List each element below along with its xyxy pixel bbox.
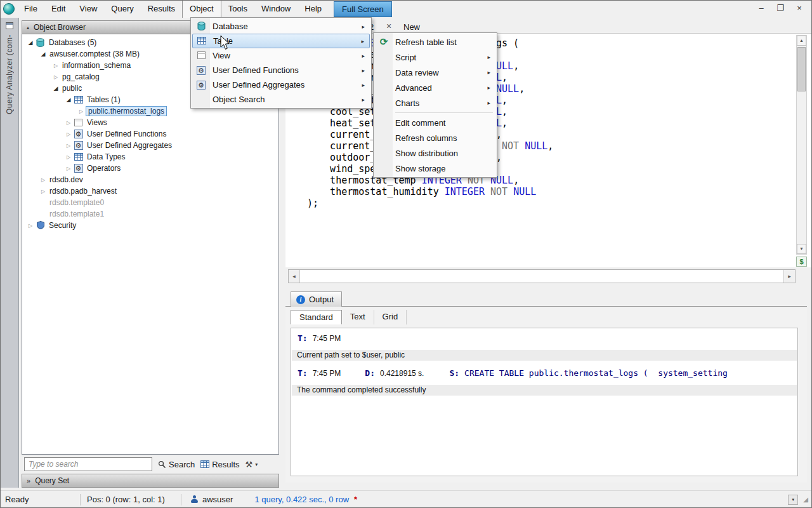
object-menu-item-view[interactable]: View▸ <box>192 48 370 63</box>
menu-item-label: Object Search <box>213 95 367 104</box>
expand-arrow-icon[interactable]: ▷ <box>64 143 73 149</box>
restore-button[interactable]: ❐ <box>771 3 789 15</box>
menubar: FileEditViewQueryResultsObjectToolsWindo… <box>0 0 812 18</box>
statusbar: Ready Pos: 0 (row: 1, col: 1) awsuser 1 … <box>0 490 812 508</box>
expand-arrow-icon[interactable]: ▷ <box>51 74 60 80</box>
output-tab-text[interactable]: Text <box>342 310 374 324</box>
expand-arrow-icon[interactable]: ▷ <box>77 109 86 114</box>
expand-arrow-icon[interactable]: ▷ <box>26 223 35 229</box>
object-menu-item-user-defined-functions[interactable]: ⚙User Defined Functions▸ <box>192 63 370 77</box>
expand-arrow-icon[interactable]: ◢ <box>64 97 73 103</box>
tree-item-operators[interactable]: ▷⚙Operators <box>22 163 278 174</box>
query-set-bar[interactable]: » Query Set <box>22 474 279 488</box>
object-menu-item-user-defined-aggregates[interactable]: ⚙User Defined Aggregates▸ <box>192 77 370 92</box>
tree-item-rdsdb-template1[interactable]: rdsdb.template1 <box>22 208 278 220</box>
database-icon <box>35 38 46 48</box>
chevrons-icon: » <box>27 477 30 485</box>
search-tools-button[interactable]: ⚒ ▾ <box>246 460 258 469</box>
expand-arrow-icon[interactable]: ▷ <box>64 131 73 137</box>
menubar-item-object[interactable]: Object <box>182 0 221 18</box>
output-panel-tab[interactable]: i Output <box>291 291 342 307</box>
scroll-left-icon[interactable]: ◂ <box>289 270 300 283</box>
scroll-down-icon[interactable]: ▼ <box>797 244 806 254</box>
table-submenu-item-refresh-columns[interactable]: Refresh columns <box>375 130 495 145</box>
tree-item-label: rdsdb.template1 <box>48 210 106 218</box>
tree-item-label: Databases (5) <box>47 38 98 47</box>
expand-arrow-icon[interactable]: ▷ <box>39 177 48 183</box>
expand-arrow-icon[interactable]: ▷ <box>64 120 73 126</box>
query-stats: 1 query, 0.422 sec., 0 row <box>254 495 349 504</box>
scroll-right-icon[interactable]: ▸ <box>783 270 795 283</box>
tree-item-label: Operators <box>85 164 122 173</box>
menubar-item-results[interactable]: Results <box>141 0 182 18</box>
tree-item-views[interactable]: ▷Views <box>22 117 278 128</box>
tree-item-user-defined-aggregates[interactable]: ▷⚙User Defined Aggregates <box>22 140 278 151</box>
results-button[interactable]: Results <box>200 460 239 469</box>
table-submenu-item-show-storage[interactable]: Show storage <box>375 161 495 176</box>
expand-arrow-icon[interactable]: ◢ <box>51 85 60 91</box>
submenu-arrow-icon: ▸ <box>487 69 490 76</box>
table-submenu-item-script[interactable]: Script▸ <box>375 50 495 65</box>
menubar-item-edit[interactable]: Edit <box>44 0 72 18</box>
close-button[interactable]: × <box>790 3 808 15</box>
search-button[interactable]: Search <box>158 460 195 469</box>
minimize-button[interactable]: – <box>752 3 770 15</box>
tab-close-icon[interactable]: × <box>386 21 391 31</box>
refresh-icon: ⟳ <box>377 37 390 46</box>
statusbar-caret-icon[interactable]: ▾ <box>788 495 798 505</box>
output-tab-grid[interactable]: Grid <box>374 310 407 324</box>
menubar-item-help[interactable]: Help <box>298 0 329 18</box>
menu-item-label: User Defined Functions <box>213 65 367 75</box>
collapse-panel-icon[interactable]: ▴ <box>27 25 29 30</box>
object-browser-title: Object Browser <box>34 23 86 32</box>
menubar-item-window[interactable]: Window <box>254 0 298 18</box>
menu-separator <box>395 112 493 113</box>
table-submenu-item-refresh-table-list[interactable]: ⟳Refresh table list <box>375 34 495 50</box>
scroll-up-icon[interactable]: ▲ <box>797 36 806 46</box>
editor-horizontal-scrollbar[interactable]: ◂ ▸ <box>288 269 796 283</box>
scrollbar-thumb[interactable] <box>797 47 806 91</box>
search-input[interactable] <box>24 457 152 471</box>
menu-item-label: Charts <box>395 98 493 108</box>
expand-arrow-icon[interactable]: ▷ <box>64 166 73 171</box>
table-submenu-item-charts[interactable]: Charts▸ <box>375 95 495 110</box>
resize-grip-icon: ◢ <box>803 496 808 503</box>
tree-item-data-types[interactable]: ▷Data Types <box>22 151 278 163</box>
output-key-label: T: <box>298 333 308 343</box>
expand-arrow-icon[interactable]: ◢ <box>26 39 35 46</box>
output-key-label: D: <box>365 368 375 378</box>
new-tab-button[interactable]: New <box>403 22 420 32</box>
expand-arrow-icon[interactable]: ▷ <box>64 154 73 160</box>
tree-item-security[interactable]: ▷Security <box>22 220 278 231</box>
query-cost-icon[interactable]: $ <box>796 257 807 267</box>
submenu-arrow-icon: ▸ <box>487 84 490 91</box>
menubar-item-tools[interactable]: Tools <box>221 0 254 18</box>
table-submenu-item-advanced[interactable]: Advanced▸ <box>375 80 495 95</box>
submenu-arrow-icon: ▸ <box>362 53 365 59</box>
tree-item-user-defined-functions[interactable]: ▷⚙User Defined Functions <box>22 128 278 140</box>
tree-item-label: public.thermostat_logs <box>86 106 167 116</box>
tree-item-rdsdb-template0[interactable]: rdsdb.template0 <box>22 197 278 208</box>
tree-item-rdsdb-dev[interactable]: ▷rdsdb.dev <box>22 174 278 185</box>
editor-vertical-scrollbar[interactable]: ▲ ▼ <box>796 35 807 255</box>
menu-item-label: User Defined Aggregates <box>213 80 367 90</box>
menubar-item-file[interactable]: File <box>17 0 44 18</box>
object-menu-item-database[interactable]: Database▸ <box>192 19 370 34</box>
output-key-label: T: <box>298 368 308 378</box>
menubar-item-view[interactable]: View <box>72 0 104 18</box>
menubar-item-query[interactable]: Query <box>104 0 140 18</box>
output-tab-standard[interactable]: Standard <box>291 310 342 324</box>
docked-panel-strip[interactable]: Query Analyzer (com- <box>0 18 19 488</box>
table-submenu-item-edit-comment[interactable]: Edit comment <box>375 115 495 130</box>
table-submenu-item-data-review[interactable]: Data review▸ <box>375 65 495 80</box>
expand-arrow-icon[interactable]: ▷ <box>39 189 48 194</box>
fullscreen-button[interactable]: Full Screen <box>334 1 392 17</box>
menu-item-label: View <box>213 51 367 60</box>
expand-arrow-icon[interactable]: ▷ <box>51 63 60 69</box>
object-menu-item-table[interactable]: Table▸ <box>192 34 370 48</box>
table-submenu-item-show-distribution[interactable]: Show distribution <box>375 145 495 161</box>
tree-item-rdsdb-padb-harvest[interactable]: ▷rdsdb.padb_harvest <box>22 185 278 197</box>
expand-arrow-icon[interactable]: ◢ <box>39 51 48 57</box>
tree-item-label: User Defined Functions <box>85 130 168 138</box>
object-menu-item-object-search[interactable]: Object Search▸ <box>192 92 370 107</box>
